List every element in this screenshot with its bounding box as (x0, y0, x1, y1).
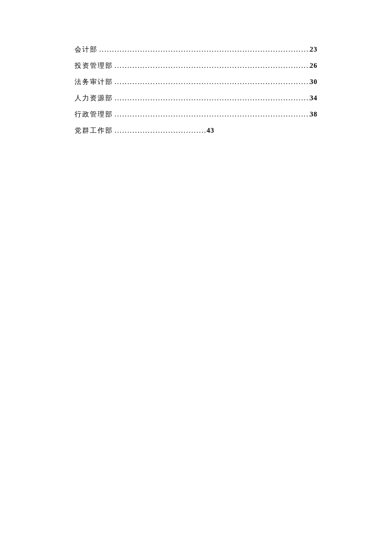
toc-container: 会计部 ....................................… (75, 46, 317, 134)
toc-entry-title: 投资管理部 (75, 62, 113, 69)
toc-entry: 党群工作部 ..................................… (75, 127, 317, 134)
toc-entry-page: 43 (207, 127, 214, 134)
toc-entry-page: 26 (310, 62, 317, 69)
toc-entry: 法务审计部 ..................................… (75, 78, 317, 85)
toc-entry-page: 30 (310, 78, 317, 85)
toc-entry-page: 34 (310, 95, 317, 102)
toc-entry: 人力资源部 ..................................… (75, 95, 317, 102)
toc-entry-page: 38 (310, 111, 317, 118)
toc-entry: 行政管理部 ..................................… (75, 111, 317, 118)
toc-entry-dots: ........................................… (113, 111, 310, 118)
toc-entry-title: 行政管理部 (75, 111, 113, 118)
toc-entry-title: 人力资源部 (75, 95, 113, 102)
toc-entry-title: 党群工作部 (75, 127, 113, 134)
toc-entry-title: 会计部 (75, 46, 98, 53)
toc-entry-page: 23 (310, 46, 317, 53)
toc-entry: 会计部 ....................................… (75, 46, 317, 53)
toc-entry: 投资管理部 ..................................… (75, 62, 317, 69)
toc-entry-dots: ........................................… (113, 127, 207, 134)
toc-entry-dots: ........................................… (113, 62, 310, 69)
toc-entry-dots: ........................................… (113, 78, 310, 85)
toc-entry-dots: ........................................… (113, 95, 310, 102)
toc-entry-dots: ........................................… (98, 46, 310, 53)
toc-entry-title: 法务审计部 (75, 78, 113, 85)
